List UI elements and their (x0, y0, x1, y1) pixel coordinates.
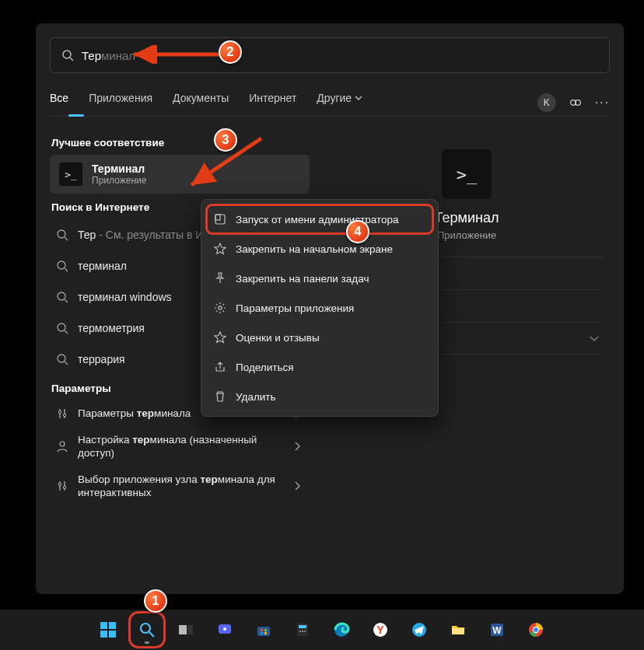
taskbar-store[interactable] (247, 613, 280, 646)
taskbar-chat[interactable] (208, 613, 241, 646)
svg-point-18 (60, 442, 65, 446)
svg-point-22 (63, 486, 66, 489)
start-button[interactable] (92, 613, 124, 646)
taskbar-calculator[interactable] (286, 613, 319, 646)
search-icon (56, 322, 68, 334)
svg-point-12 (58, 355, 65, 362)
settings-item[interactable]: Настройка терминала (назначенный доступ) (50, 427, 310, 467)
search-icon (138, 621, 156, 638)
svg-point-10 (58, 323, 65, 331)
svg-point-45 (299, 631, 301, 632)
best-match-item[interactable]: >_ Терминал Приложение (50, 155, 310, 194)
more-options[interactable]: ··· (595, 96, 610, 110)
svg-text:W: W (492, 625, 502, 636)
taskbar-taskview[interactable] (170, 613, 202, 646)
terminal-icon: >_ (59, 162, 82, 186)
svg-point-21 (58, 483, 61, 486)
rewards-icon[interactable] (569, 96, 583, 110)
svg-line-33 (149, 632, 154, 637)
taskbar-explorer[interactable] (442, 613, 474, 646)
tab-more[interactable]: Другие (317, 92, 362, 114)
svg-line-5 (65, 237, 68, 240)
svg-line-7 (65, 268, 68, 271)
svg-rect-34 (179, 625, 187, 634)
chevron-down-icon (355, 94, 362, 102)
svg-line-9 (65, 299, 68, 302)
settings-item[interactable]: Выбор приложения узла терминала для инте… (50, 467, 310, 506)
annotation-badge-2: 2 (219, 40, 242, 64)
sliders-icon (56, 480, 68, 492)
svg-point-46 (302, 631, 303, 632)
svg-point-4 (58, 230, 65, 238)
search-icon (61, 49, 74, 61)
tab-all[interactable]: Все (50, 92, 68, 114)
taskbar-yandex[interactable]: Y (364, 613, 397, 646)
user-avatar[interactable]: K (537, 93, 556, 112)
svg-rect-24 (215, 215, 220, 220)
taskbar-word[interactable]: W (481, 613, 513, 646)
web-item-text: терминал (78, 260, 127, 272)
filter-tabs: Все Приложения Документы Интернет Другие… (50, 89, 610, 117)
tab-apps[interactable]: Приложения (89, 92, 152, 114)
telegram-icon (411, 621, 428, 638)
search-icon (56, 260, 68, 272)
svg-point-0 (63, 51, 71, 58)
search-query: Терминал (82, 49, 135, 62)
yandex-icon: Y (372, 621, 389, 638)
settings-item-text: Выбор приложения узла терминала для инте… (78, 473, 282, 500)
svg-rect-40 (264, 629, 267, 631)
folder-icon (450, 621, 467, 638)
annotation-badge-3: 3 (214, 128, 237, 152)
svg-rect-42 (264, 632, 267, 634)
chevron-right-icon (291, 440, 303, 453)
shield-icon (214, 213, 226, 225)
preview-app-icon: >_ (442, 149, 492, 199)
person-icon (56, 440, 68, 453)
ctx-run-as-admin[interactable]: Запуск от имени администратора (206, 204, 433, 234)
ctx-pin-start[interactable]: Закрепить на начальном экране (206, 234, 433, 264)
star-icon (214, 331, 226, 344)
ctx-pin-taskbar[interactable]: Закрепить на панели задач (206, 264, 433, 293)
svg-rect-31 (109, 631, 116, 638)
ctx-share[interactable]: Поделиться (206, 352, 433, 382)
taskbar-chrome[interactable] (520, 613, 552, 646)
word-icon: W (488, 621, 506, 638)
web-item-text: терминал windows (78, 291, 172, 303)
ctx-delete[interactable]: Удалить (206, 382, 433, 411)
svg-line-13 (65, 362, 68, 365)
svg-point-25 (219, 306, 222, 309)
gear-icon (214, 302, 226, 314)
annotation-badge-1: 1 (144, 589, 167, 613)
taskview-icon (177, 621, 194, 638)
context-menu: Запуск от имени администратора Закрепить… (201, 199, 439, 417)
tab-internet[interactable]: Интернет (249, 92, 296, 114)
chevron-right-icon (291, 480, 303, 492)
taskbar-telegram[interactable] (403, 613, 436, 646)
edge-icon (333, 621, 350, 638)
web-item-text: Тер - См. результаты в И (78, 229, 203, 241)
taskbar: Y W (0, 610, 644, 650)
svg-rect-35 (187, 625, 193, 634)
svg-line-1 (70, 58, 73, 61)
search-icon (56, 229, 68, 241)
store-icon (255, 621, 272, 638)
tab-documents[interactable]: Документы (173, 92, 229, 114)
taskbar-edge[interactable] (325, 613, 358, 646)
chat-icon (216, 621, 233, 638)
svg-point-6 (58, 261, 65, 269)
pin-icon (214, 272, 226, 285)
search-icon (56, 291, 68, 303)
web-item-text: термометрия (78, 322, 145, 334)
chrome-icon (527, 621, 544, 638)
svg-text:Y: Y (376, 624, 384, 636)
windows-icon (99, 620, 117, 639)
search-input-row[interactable]: Терминал (50, 37, 610, 73)
best-match-subtitle: Приложение (92, 175, 146, 186)
svg-rect-28 (100, 622, 107, 629)
chevron-down-icon (588, 332, 600, 344)
ctx-reviews[interactable]: Оценки и отзывы (206, 323, 433, 352)
svg-point-57 (534, 627, 538, 632)
calculator-icon (294, 621, 311, 638)
ctx-app-settings[interactable]: Параметры приложения (206, 293, 433, 323)
svg-point-16 (58, 411, 61, 414)
